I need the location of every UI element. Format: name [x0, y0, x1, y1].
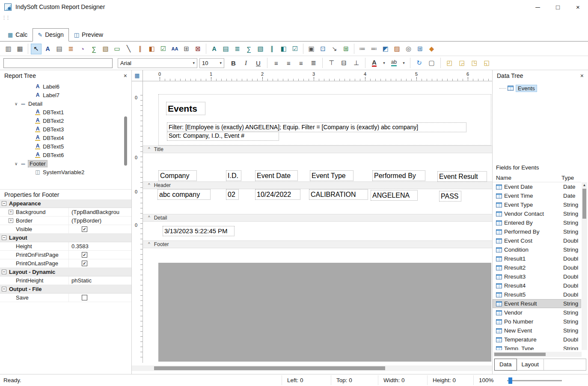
tab-calc[interactable]: ▦ Calc	[3, 28, 33, 42]
checkbox[interactable]	[82, 226, 87, 232]
valign-bottom-button[interactable]: ⊥	[351, 58, 362, 68]
field-row[interactable]: Event Time Date	[493, 191, 581, 200]
property-value-cell[interactable]	[68, 251, 131, 259]
checkbox[interactable]	[82, 252, 87, 258]
detail-event-type[interactable]: CALIBRATION	[309, 189, 368, 200]
header-event-type[interactable]: Event Type	[310, 170, 353, 181]
close-icon[interactable]: ×	[580, 72, 584, 79]
field-row[interactable]: Rresult1 Doubl	[493, 254, 581, 263]
detail-company[interactable]: abc company	[157, 189, 211, 200]
fields-vertical-scrollbar[interactable]: ▲	[582, 182, 587, 350]
region-tool[interactable]: ▣	[306, 44, 317, 54]
detail-event-result[interactable]: PASS	[439, 191, 461, 202]
borders-button[interactable]: ▢	[426, 58, 437, 68]
expand-toggle-icon[interactable]	[2, 270, 6, 274]
bring-to-front-button[interactable]: ◰	[444, 58, 455, 68]
tab-preview[interactable]: ◫ Preview	[69, 28, 108, 42]
header-id[interactable]: I.D.	[226, 170, 241, 181]
layout-subtab[interactable]: Layout	[517, 359, 544, 370]
expand-toggle-icon[interactable]	[9, 210, 13, 214]
align-left-button[interactable]: ≡	[271, 58, 282, 68]
tab-design[interactable]: ✎ Design	[33, 28, 69, 42]
field-row[interactable]: New Event String	[493, 326, 581, 335]
field-row[interactable]: Rresult4 Doubl	[493, 281, 581, 290]
header-company[interactable]: Company	[158, 170, 197, 181]
prop-visible[interactable]: Visible	[0, 225, 131, 234]
highlight-color-dropdown[interactable]: ▾	[401, 58, 407, 68]
field-row[interactable]: Temp. Type String	[493, 344, 581, 350]
field-row[interactable]: Event Type String	[493, 200, 581, 209]
expand-toggle-icon[interactable]	[2, 287, 6, 291]
sort-label[interactable]: Sort: Company, I.D., Event #	[167, 131, 279, 141]
underline-button[interactable]: U	[253, 58, 264, 68]
scrollbar-thumb[interactable]	[582, 189, 586, 219]
field-row[interactable]: Condition String	[493, 245, 581, 254]
bring-forward-button[interactable]: ◳	[469, 58, 480, 68]
valign-top-button[interactable]: ⊤	[326, 58, 337, 68]
checkbox[interactable]	[82, 261, 87, 266]
minimize-button[interactable]: ─	[528, 0, 548, 14]
scrollbar-thumb[interactable]	[494, 353, 546, 356]
grid-settings-icon[interactable]: ▥	[3, 44, 14, 54]
prop-group-layout-dynamic[interactable]: Layout - Dynamic	[0, 268, 131, 276]
align-right-button[interactable]: ≡	[296, 58, 306, 68]
highlight-color-button[interactable]: ab	[389, 58, 399, 68]
collapse-caret-icon[interactable]	[148, 147, 150, 151]
expand-toggle-icon[interactable]	[9, 218, 13, 223]
fields-horizontal-scrollbar[interactable]	[493, 352, 582, 357]
detail-performed-by[interactable]: ANGELENA	[371, 190, 418, 201]
collapse-caret-icon[interactable]	[148, 183, 150, 187]
variable-tool[interactable]: ∑	[89, 44, 99, 54]
report-title-label[interactable]: Events	[166, 102, 205, 115]
band-style-icon[interactable]: ▦	[15, 44, 25, 54]
tree-item-footer[interactable]: ∨ ▬ Footer	[0, 159, 131, 168]
noprint-tool[interactable]: ⊠	[193, 44, 203, 54]
field-row[interactable]: Vendor Contact String	[493, 209, 581, 218]
font-master-tool[interactable]: AA	[169, 44, 180, 54]
close-button[interactable]: ×	[568, 0, 588, 14]
property-value-cell[interactable]	[68, 225, 131, 233]
zoom-slider-thumb[interactable]	[508, 377, 512, 384]
band-header[interactable]: Header	[143, 181, 492, 189]
property-value-cell[interactable]	[68, 259, 131, 267]
chart-wizard-icon[interactable]: ◩	[380, 44, 391, 54]
band-footer[interactable]: Footer	[143, 241, 492, 248]
chart-tool[interactable]: ◧	[146, 44, 157, 54]
collapse-caret-icon[interactable]	[148, 216, 150, 220]
prop-height[interactable]: Height 0.3583	[0, 242, 131, 251]
shape-tool[interactable]: ▭	[112, 44, 122, 54]
ruler-corner-icon[interactable]: ▦	[132, 70, 143, 81]
dbimage-tool[interactable]: ▧	[255, 44, 266, 54]
bold-button[interactable]: B	[228, 58, 239, 68]
field-row[interactable]: Performed By String	[493, 227, 581, 236]
search-icon[interactable]: ◎	[403, 44, 414, 54]
memo-tool[interactable]: ▤	[54, 44, 65, 54]
column-header-name[interactable]: Name	[493, 175, 561, 181]
footer-datetime[interactable]: 3/13/2023 5:22:45 PM	[163, 226, 235, 236]
chevron-down-icon[interactable]: ∨	[15, 101, 21, 106]
maximize-button[interactable]: □	[548, 0, 568, 14]
font-color-button[interactable]: A	[369, 58, 380, 68]
field-row[interactable]: Vendor String	[493, 308, 581, 317]
canvas-horizontal-scrollbar[interactable]	[132, 365, 492, 371]
dbrichtext-tool[interactable]: ≣	[232, 44, 243, 54]
picture-library-icon[interactable]: ▨	[392, 44, 402, 54]
tree-item-detail[interactable]: ∨ ▬ Detail	[0, 99, 131, 108]
align-center-button[interactable]: ≡	[283, 58, 294, 68]
field-row[interactable]: Event Result String	[493, 299, 581, 308]
select-tool[interactable]: ↖	[31, 44, 42, 54]
theme-icon[interactable]: ◆	[426, 44, 437, 54]
checkbox[interactable]	[82, 295, 87, 300]
image-tool[interactable]: ▧	[100, 44, 111, 54]
barcode-tool[interactable]: ∥	[135, 44, 146, 54]
chevron-down-icon[interactable]: ▾	[190, 61, 195, 65]
field-row[interactable]: Entered By String	[493, 218, 581, 227]
align-justify-button[interactable]: ≣	[308, 58, 319, 68]
grip-handle-icon[interactable]: ⋮⋮	[2, 15, 9, 21]
prop-printonlastpage[interactable]: PrintOnLastPage	[0, 259, 131, 268]
design-canvas[interactable]: Title Header Detail Footer Even	[143, 81, 492, 363]
valign-middle-button[interactable]: ⊟	[339, 58, 349, 68]
crosstab-tool[interactable]: ⊞	[341, 44, 351, 54]
zoom-slider-track[interactable]	[507, 380, 562, 381]
dbbarcode-tool[interactable]: ∥	[267, 44, 277, 54]
